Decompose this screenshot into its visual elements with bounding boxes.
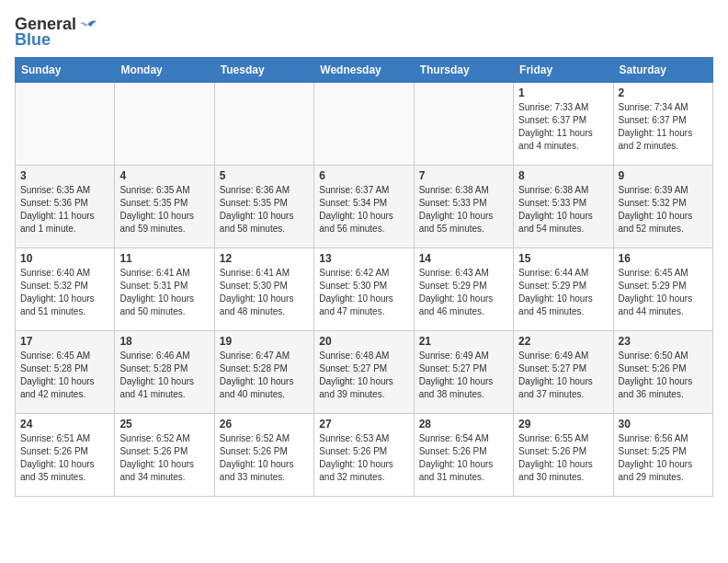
logo-bird-icon (78, 17, 98, 32)
calendar-cell (314, 83, 414, 166)
day-number: 6 (319, 169, 408, 182)
cell-content: Sunrise: 6:38 AM Sunset: 5:33 PM Dayligh… (419, 184, 508, 236)
weekday-header-friday: Friday (514, 58, 613, 83)
day-number: 22 (518, 335, 608, 348)
day-number: 8 (518, 169, 608, 182)
weekday-header-tuesday: Tuesday (214, 58, 313, 83)
weekday-header-wednesday: Wednesday (314, 58, 414, 83)
day-number: 18 (119, 335, 209, 348)
calendar-cell (115, 83, 214, 166)
day-number: 21 (419, 335, 508, 348)
calendar-cell: 16Sunrise: 6:45 AM Sunset: 5:29 PM Dayli… (613, 248, 712, 331)
calendar-cell: 23Sunrise: 6:50 AM Sunset: 5:26 PM Dayli… (613, 331, 712, 414)
calendar-cell: 11Sunrise: 6:41 AM Sunset: 5:31 PM Dayli… (115, 248, 214, 331)
calendar-cell: 21Sunrise: 6:49 AM Sunset: 5:27 PM Dayli… (414, 331, 513, 414)
calendar-week-2: 3Sunrise: 6:35 AM Sunset: 5:36 PM Daylig… (16, 166, 713, 248)
cell-content: Sunrise: 6:56 AM Sunset: 5:25 PM Dayligh… (619, 432, 708, 484)
day-number: 1 (518, 86, 608, 99)
weekday-header-saturday: Saturday (613, 58, 712, 83)
weekday-header-sunday: Sunday (16, 58, 115, 83)
calendar-cell: 18Sunrise: 6:46 AM Sunset: 5:28 PM Dayli… (115, 331, 214, 414)
cell-content: Sunrise: 6:54 AM Sunset: 5:26 PM Dayligh… (419, 432, 508, 484)
cell-content: Sunrise: 6:48 AM Sunset: 5:27 PM Dayligh… (319, 350, 408, 401)
calendar-cell: 8Sunrise: 6:38 AM Sunset: 5:33 PM Daylig… (514, 166, 613, 248)
day-number: 4 (119, 169, 209, 182)
cell-content: Sunrise: 6:36 AM Sunset: 5:35 PM Dayligh… (220, 184, 309, 236)
calendar-cell: 14Sunrise: 6:43 AM Sunset: 5:29 PM Dayli… (414, 248, 513, 331)
cell-content: Sunrise: 6:49 AM Sunset: 5:27 PM Dayligh… (419, 350, 508, 401)
calendar-cell: 20Sunrise: 6:48 AM Sunset: 5:27 PM Dayli… (314, 331, 414, 414)
calendar-cell: 19Sunrise: 6:47 AM Sunset: 5:28 PM Dayli… (214, 331, 313, 414)
day-number: 20 (319, 335, 408, 348)
calendar-cell: 5Sunrise: 6:36 AM Sunset: 5:35 PM Daylig… (214, 166, 313, 248)
calendar-cell: 17Sunrise: 6:45 AM Sunset: 5:28 PM Dayli… (16, 331, 115, 414)
day-number: 2 (619, 86, 708, 99)
calendar-cell: 15Sunrise: 6:44 AM Sunset: 5:29 PM Dayli… (514, 248, 613, 331)
day-number: 23 (619, 335, 708, 348)
cell-content: Sunrise: 6:52 AM Sunset: 5:26 PM Dayligh… (119, 432, 209, 484)
logo: General Blue (15, 15, 98, 50)
calendar-cell: 4Sunrise: 6:35 AM Sunset: 5:35 PM Daylig… (115, 166, 214, 248)
calendar-cell: 3Sunrise: 6:35 AM Sunset: 5:36 PM Daylig… (16, 166, 115, 248)
day-number: 25 (119, 418, 209, 431)
calendar-cell: 26Sunrise: 6:52 AM Sunset: 5:26 PM Dayli… (214, 414, 313, 497)
calendar-cell (16, 83, 115, 166)
calendar-cell: 10Sunrise: 6:40 AM Sunset: 5:32 PM Dayli… (16, 248, 115, 331)
calendar-cell: 12Sunrise: 6:41 AM Sunset: 5:30 PM Dayli… (214, 248, 313, 331)
day-number: 9 (619, 169, 708, 182)
day-number: 24 (20, 418, 109, 431)
cell-content: Sunrise: 6:51 AM Sunset: 5:26 PM Dayligh… (20, 432, 109, 484)
calendar-cell: 9Sunrise: 6:39 AM Sunset: 5:32 PM Daylig… (613, 166, 712, 248)
day-number: 17 (20, 335, 109, 348)
day-number: 26 (220, 418, 309, 431)
cell-content: Sunrise: 6:45 AM Sunset: 5:28 PM Dayligh… (20, 350, 109, 401)
cell-content: Sunrise: 6:35 AM Sunset: 5:35 PM Dayligh… (119, 184, 209, 236)
day-number: 19 (220, 335, 309, 348)
day-number: 12 (220, 252, 309, 265)
cell-content: Sunrise: 6:53 AM Sunset: 5:26 PM Dayligh… (319, 432, 408, 484)
calendar-cell: 24Sunrise: 6:51 AM Sunset: 5:26 PM Dayli… (16, 414, 115, 497)
calendar-cell: 25Sunrise: 6:52 AM Sunset: 5:26 PM Dayli… (115, 414, 214, 497)
day-number: 7 (419, 169, 508, 182)
day-number: 10 (20, 252, 109, 265)
cell-content: Sunrise: 6:39 AM Sunset: 5:32 PM Dayligh… (619, 184, 708, 236)
cell-content: Sunrise: 6:47 AM Sunset: 5:28 PM Dayligh… (220, 350, 309, 401)
weekday-header-monday: Monday (115, 58, 214, 83)
cell-content: Sunrise: 6:43 AM Sunset: 5:29 PM Dayligh… (419, 267, 508, 318)
calendar-cell: 27Sunrise: 6:53 AM Sunset: 5:26 PM Dayli… (314, 414, 414, 497)
calendar-week-4: 17Sunrise: 6:45 AM Sunset: 5:28 PM Dayli… (16, 331, 713, 414)
cell-content: Sunrise: 6:41 AM Sunset: 5:30 PM Dayligh… (220, 267, 309, 318)
calendar-week-5: 24Sunrise: 6:51 AM Sunset: 5:26 PM Dayli… (16, 414, 713, 497)
day-number: 27 (319, 418, 408, 431)
cell-content: Sunrise: 6:44 AM Sunset: 5:29 PM Dayligh… (518, 267, 608, 318)
calendar-cell (214, 83, 313, 166)
cell-content: Sunrise: 6:49 AM Sunset: 5:27 PM Dayligh… (518, 350, 608, 401)
cell-content: Sunrise: 6:46 AM Sunset: 5:28 PM Dayligh… (119, 350, 209, 401)
calendar-cell: 6Sunrise: 6:37 AM Sunset: 5:34 PM Daylig… (314, 166, 414, 248)
day-number: 13 (319, 252, 408, 265)
cell-content: Sunrise: 7:34 AM Sunset: 6:37 PM Dayligh… (619, 101, 708, 153)
day-number: 15 (518, 252, 608, 265)
calendar-cell: 1Sunrise: 7:33 AM Sunset: 6:37 PM Daylig… (514, 83, 613, 166)
weekday-header-thursday: Thursday (414, 58, 513, 83)
day-number: 16 (619, 252, 708, 265)
cell-content: Sunrise: 6:37 AM Sunset: 5:34 PM Dayligh… (319, 184, 408, 236)
calendar-cell: 22Sunrise: 6:49 AM Sunset: 5:27 PM Dayli… (514, 331, 613, 414)
day-number: 29 (518, 418, 608, 431)
logo-blue: Blue (15, 30, 51, 50)
cell-content: Sunrise: 6:35 AM Sunset: 5:36 PM Dayligh… (20, 184, 109, 236)
day-number: 30 (619, 418, 708, 431)
calendar-cell (414, 83, 513, 166)
cell-content: Sunrise: 6:40 AM Sunset: 5:32 PM Dayligh… (20, 267, 109, 318)
calendar-week-1: 1Sunrise: 7:33 AM Sunset: 6:37 PM Daylig… (16, 83, 713, 166)
calendar-cell: 7Sunrise: 6:38 AM Sunset: 5:33 PM Daylig… (414, 166, 513, 248)
day-number: 3 (20, 169, 109, 182)
day-number: 5 (220, 169, 309, 182)
day-number: 11 (119, 252, 209, 265)
header-row: SundayMondayTuesdayWednesdayThursdayFrid… (16, 58, 713, 83)
calendar-cell: 29Sunrise: 6:55 AM Sunset: 5:26 PM Dayli… (514, 414, 613, 497)
calendar-table: SundayMondayTuesdayWednesdayThursdayFrid… (15, 57, 713, 497)
day-number: 14 (419, 252, 508, 265)
cell-content: Sunrise: 7:33 AM Sunset: 6:37 PM Dayligh… (518, 101, 608, 153)
calendar-cell: 28Sunrise: 6:54 AM Sunset: 5:26 PM Dayli… (414, 414, 513, 497)
